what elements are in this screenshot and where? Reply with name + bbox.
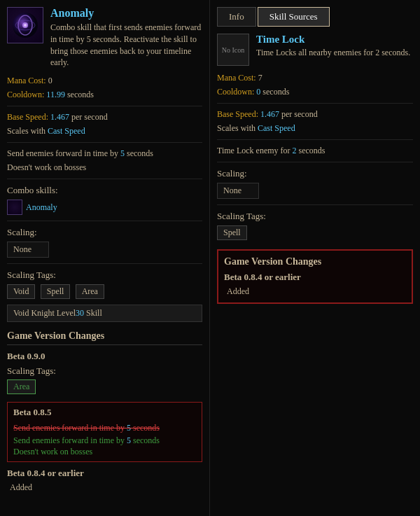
combo-skill-name[interactable]: Anomaly (26, 202, 57, 213)
right-panel: Info Skill Sources No Icon Time Lock Tim… (210, 0, 420, 516)
skill-icon-anomaly (7, 7, 43, 43)
level-suffix: Skill (84, 308, 102, 318)
divider5 (7, 263, 202, 264)
r-mana-cost-value: 7 (258, 73, 262, 83)
version-090: Beta 0.9.0 Scaling Tags: Area (7, 351, 202, 396)
r-mana-cost-row: Mana Cost: 7 (217, 73, 413, 83)
source-icon: No Icon (217, 34, 249, 66)
r-cooldown-suffix: seconds (262, 87, 289, 97)
level-text: Void Knight Level (13, 308, 76, 318)
mana-cost-row: Mana Cost: 0 (7, 76, 202, 86)
tag-area: Area (76, 284, 104, 299)
version-084-label: Beta 0.8.4 or earlier (7, 468, 202, 479)
r-cooldown-label: Cooldown: (217, 87, 254, 97)
effect-row: Send enemies forward in time by 5 second… (7, 148, 202, 159)
svg-point-4 (24, 24, 27, 27)
level-bar: Void Knight Level30 Skill (7, 305, 202, 322)
mana-cost-value: 0 (48, 76, 52, 85)
skill-header: Anomaly Combo skill that first sends ene… (7, 7, 202, 69)
combo-label: Combo skills: (7, 185, 202, 196)
r-tag-spell: Spell (217, 225, 247, 240)
r-scales-label: Scales with (217, 123, 258, 133)
effect-note: Doesn't work on bosses (7, 162, 202, 173)
source-header: No Icon Time Lock Time Locks all nearby … (217, 34, 413, 66)
tag-void: Void (7, 284, 35, 299)
r-scaling-label: Scaling: (217, 168, 413, 179)
source-info: Time Lock Time Locks all nearby enemies … (256, 34, 410, 58)
scales-value: Cast Speed (48, 126, 85, 136)
version-085: Beta 0.8.5 Send enemies forward in time … (7, 402, 202, 462)
r-version-label: Beta 0.8.4 or earlier (224, 272, 406, 283)
left-panel: Anomaly Combo skill that first sends ene… (0, 0, 210, 516)
level-number: 30 (76, 308, 84, 318)
source-name: Time Lock (256, 34, 410, 46)
r-scales-value: Cast Speed (258, 123, 295, 133)
tab-info[interactable]: Info (217, 7, 256, 27)
scales-label: Scales with (7, 126, 46, 136)
scaling-tags: Void Spell Area (7, 284, 202, 301)
r-base-speed-row: Base Speed: 1.467 per second (217, 109, 413, 120)
tag-spell: Spell (41, 284, 71, 299)
r-divider3 (217, 162, 413, 162)
r-base-speed-label: Base Speed: (217, 109, 258, 119)
base-speed-label: Base Speed: (7, 112, 48, 122)
r-game-version-title: Game Version Changes (224, 256, 406, 267)
version-090-label: Beta 0.9.0 (7, 351, 202, 362)
base-speed-value: 1.467 (50, 112, 69, 122)
scaling-tags-label: Scaling Tags: (7, 270, 202, 281)
divider3 (7, 179, 202, 179)
r-scaling-tags-label: Scaling Tags: (217, 211, 413, 222)
base-speed-row: Base Speed: 1.467 per second (7, 112, 202, 123)
r-effect-text1: Time Lock enemy for (217, 146, 293, 155)
version-084: Beta 0.8.4 or earlier Added (7, 468, 202, 493)
r-effect-text2: seconds (297, 146, 326, 155)
r-divider1 (217, 103, 413, 104)
change-note-1: Doesn't work on bosses (13, 447, 196, 457)
base-speed-suffix: per second (71, 112, 108, 122)
game-version-title: Game Version Changes (7, 330, 202, 345)
effect-text2: seconds (125, 148, 153, 158)
r-divider4 (217, 204, 413, 205)
r-effect-row: Time Lock enemy for 2 seconds (217, 146, 413, 156)
cooldown-suffix: seconds (67, 90, 94, 99)
r-cooldown-value: 0 (256, 87, 260, 97)
divider2 (7, 142, 202, 143)
effect-text1: Send enemies forward in time by (7, 148, 120, 158)
right-version-box: Game Version Changes Beta 0.8.4 or earli… (217, 249, 413, 304)
r-version-change: Added (224, 286, 406, 297)
r-scales-row: Scales with Cast Speed (217, 123, 413, 134)
cooldown-value: 11.99 (46, 90, 65, 99)
change-added-1: Send enemies forward in time by 5 second… (13, 434, 196, 447)
mana-cost-label: Mana Cost: (7, 76, 46, 85)
combo-skill: Anomaly (7, 200, 202, 215)
version-085-box: Beta 0.8.5 Send enemies forward in time … (7, 402, 202, 462)
v084-change: Added (7, 482, 202, 493)
scaling-value: None (7, 242, 49, 258)
cooldown-label: Cooldown: (7, 90, 44, 99)
r-cooldown-row: Cooldown: 0 seconds (217, 87, 413, 97)
v090-scaling-tags-label: Scaling Tags: (7, 365, 202, 377)
r-mana-cost-label: Mana Cost: (217, 73, 256, 83)
cooldown-row: Cooldown: 11.99 seconds (7, 90, 202, 100)
divider4 (7, 221, 202, 221)
scales-row: Scales with Cast Speed (7, 126, 202, 137)
tab-skill-sources[interactable]: Skill Sources (258, 7, 330, 27)
r-scaling-tags: Spell (217, 225, 413, 242)
r-base-speed-value: 1.467 (260, 109, 279, 119)
v090-tag-area: Area (7, 379, 36, 394)
source-description: Time Locks all nearby enemies for 2 seco… (256, 48, 410, 58)
version-085-label: Beta 0.8.5 (13, 407, 196, 418)
tab-bar: Info Skill Sources (217, 7, 413, 27)
combo-skill-icon (7, 200, 22, 215)
r-base-speed-suffix: per second (281, 109, 318, 119)
skill-description: Combo skill that first sends enemies for… (50, 22, 202, 69)
r-scaling-value: None (217, 183, 259, 199)
skill-name: Anomaly (50, 7, 202, 20)
r-divider2 (217, 139, 413, 140)
change-removed-1: Send enemies forward in time by 5 second… (13, 421, 196, 434)
skill-info: Anomaly Combo skill that first sends ene… (50, 7, 202, 69)
divider1 (7, 106, 202, 106)
scaling-label: Scaling: (7, 227, 202, 238)
